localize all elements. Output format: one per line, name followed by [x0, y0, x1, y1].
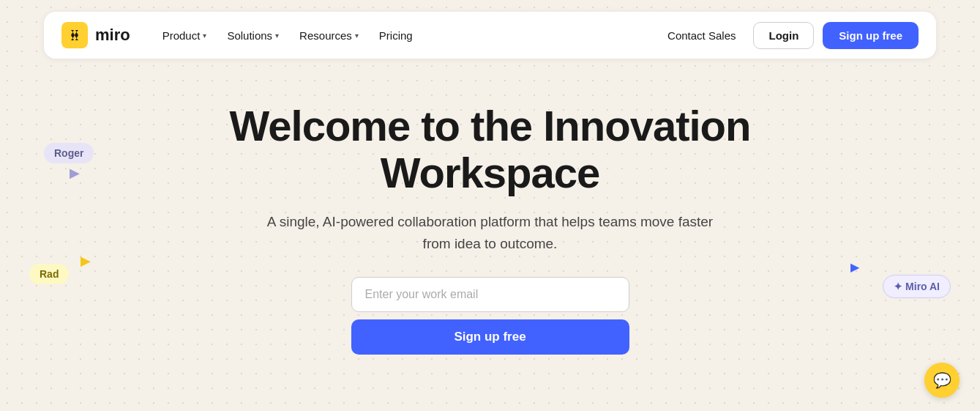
rad-cursor-label: Rad [29, 264, 69, 284]
navbar-left: miro Product ▾ Solutions ▾ Resources ▾ P… [61, 22, 422, 48]
hero-title: Welcome to the Innovation Workspace [161, 103, 820, 196]
nav-links: Product ▾ Solutions ▾ Resources ▾ Pricin… [154, 23, 422, 48]
nav-product[interactable]: Product ▾ [154, 23, 216, 48]
miro-ai-label: ✦ Miro AI [883, 275, 951, 298]
chevron-icon: ▾ [203, 32, 206, 40]
chat-icon: 💬 [933, 371, 951, 389]
hero-subtitle: A single, AI-powered collaboration platf… [263, 211, 717, 256]
navbar-right: Contact Sales Login Sign up free [659, 22, 919, 49]
signup-nav-button[interactable]: Sign up free [823, 22, 919, 49]
logo-link[interactable]: miro [61, 22, 130, 48]
nav-resources[interactable]: Resources ▾ [291, 23, 367, 48]
hero-section: Welcome to the Innovation Workspace A si… [0, 59, 980, 355]
signup-form: Sign up free [351, 277, 629, 355]
chevron-icon: ▾ [355, 32, 359, 40]
email-input[interactable] [351, 277, 629, 312]
chevron-icon: ▾ [275, 32, 279, 40]
logo-icon [61, 22, 88, 48]
chat-button[interactable]: 💬 [924, 363, 960, 398]
login-button[interactable]: Login [753, 22, 814, 49]
signup-hero-button[interactable]: Sign up free [351, 319, 629, 355]
navbar: miro Product ▾ Solutions ▾ Resources ▾ P… [44, 12, 936, 59]
nav-pricing[interactable]: Pricing [370, 23, 422, 48]
contact-sales-link[interactable]: Contact Sales [659, 23, 744, 48]
logo-text: miro [95, 26, 130, 45]
nav-solutions[interactable]: Solutions ▾ [218, 23, 288, 48]
roger-cursor-label: Roger [44, 143, 94, 163]
